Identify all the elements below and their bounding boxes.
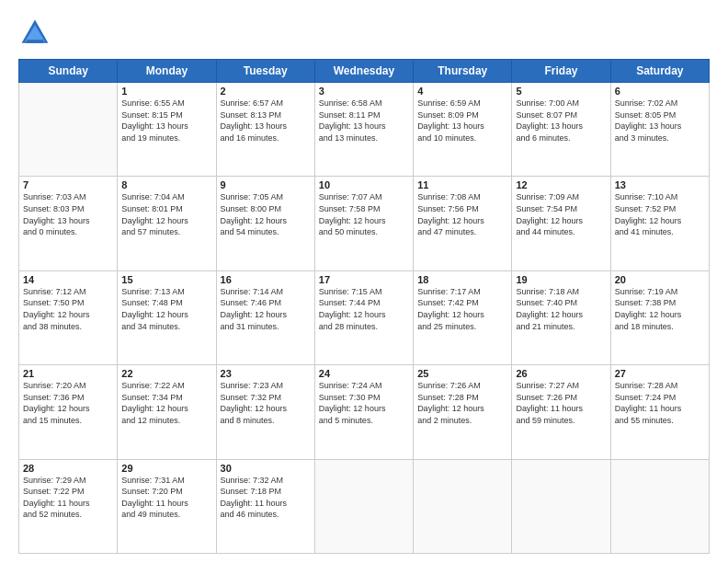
day-info: Sunrise: 6:59 AM Sunset: 8:09 PM Dayligh… — [417, 98, 507, 144]
day-cell: 8Sunrise: 7:04 AM Sunset: 8:01 PM Daylig… — [118, 177, 216, 270]
day-cell: 21Sunrise: 7:20 AM Sunset: 7:36 PM Dayli… — [19, 365, 118, 459]
day-info: Sunrise: 7:19 AM Sunset: 7:38 PM Dayligh… — [615, 286, 705, 332]
day-number: 12 — [516, 179, 606, 190]
day-number: 10 — [319, 179, 409, 190]
weekday-tuesday: Tuesday — [216, 60, 314, 83]
day-cell: 29Sunrise: 7:31 AM Sunset: 7:20 PM Dayli… — [118, 459, 216, 553]
day-number: 6 — [615, 86, 705, 97]
day-cell: 30Sunrise: 7:32 AM Sunset: 7:18 PM Dayli… — [216, 459, 314, 553]
week-row-1: 1Sunrise: 6:55 AM Sunset: 8:15 PM Daylig… — [19, 83, 710, 177]
day-cell — [512, 459, 610, 553]
day-cell: 1Sunrise: 6:55 AM Sunset: 8:15 PM Daylig… — [118, 83, 216, 177]
day-number: 29 — [121, 463, 211, 474]
svg-rect-2 — [27, 40, 43, 43]
day-info: Sunrise: 7:28 AM Sunset: 7:24 PM Dayligh… — [615, 380, 705, 426]
day-info: Sunrise: 7:00 AM Sunset: 8:07 PM Dayligh… — [516, 98, 606, 144]
day-cell: 15Sunrise: 7:13 AM Sunset: 7:48 PM Dayli… — [118, 270, 216, 364]
week-row-3: 14Sunrise: 7:12 AM Sunset: 7:50 PM Dayli… — [19, 270, 710, 364]
day-cell: 6Sunrise: 7:02 AM Sunset: 8:05 PM Daylig… — [610, 83, 709, 177]
day-cell: 16Sunrise: 7:14 AM Sunset: 7:46 PM Dayli… — [216, 270, 314, 364]
weekday-header-row: SundayMondayTuesdayWednesdayThursdayFrid… — [19, 60, 710, 83]
day-cell: 25Sunrise: 7:26 AM Sunset: 7:28 PM Dayli… — [414, 365, 512, 459]
day-number: 8 — [121, 179, 211, 190]
day-number: 19 — [516, 274, 606, 285]
day-info: Sunrise: 7:13 AM Sunset: 7:48 PM Dayligh… — [121, 286, 211, 332]
day-info: Sunrise: 7:02 AM Sunset: 8:05 PM Dayligh… — [615, 98, 705, 144]
day-info: Sunrise: 7:27 AM Sunset: 7:26 PM Dayligh… — [516, 380, 606, 426]
day-info: Sunrise: 7:23 AM Sunset: 7:32 PM Dayligh… — [221, 380, 311, 426]
day-cell: 14Sunrise: 7:12 AM Sunset: 7:50 PM Dayli… — [19, 270, 118, 364]
day-number: 4 — [417, 86, 507, 97]
day-info: Sunrise: 7:08 AM Sunset: 7:56 PM Dayligh… — [417, 191, 507, 237]
day-cell: 20Sunrise: 7:19 AM Sunset: 7:38 PM Dayli… — [610, 270, 709, 364]
day-cell: 7Sunrise: 7:03 AM Sunset: 8:03 PM Daylig… — [19, 177, 118, 270]
page: SundayMondayTuesdayWednesdayThursdayFrid… — [0, 0, 728, 563]
day-cell: 19Sunrise: 7:18 AM Sunset: 7:40 PM Dayli… — [512, 270, 610, 364]
day-number: 18 — [417, 274, 507, 285]
day-info: Sunrise: 7:20 AM Sunset: 7:36 PM Dayligh… — [23, 380, 113, 426]
day-number: 13 — [615, 179, 705, 190]
day-cell: 11Sunrise: 7:08 AM Sunset: 7:56 PM Dayli… — [414, 177, 512, 270]
day-info: Sunrise: 7:09 AM Sunset: 7:54 PM Dayligh… — [516, 191, 606, 237]
day-info: Sunrise: 7:04 AM Sunset: 8:01 PM Dayligh… — [121, 191, 211, 237]
day-number: 27 — [615, 368, 705, 379]
day-cell: 26Sunrise: 7:27 AM Sunset: 7:26 PM Dayli… — [512, 365, 610, 459]
day-info: Sunrise: 7:26 AM Sunset: 7:28 PM Dayligh… — [417, 380, 507, 426]
weekday-saturday: Saturday — [610, 60, 709, 83]
day-cell: 12Sunrise: 7:09 AM Sunset: 7:54 PM Dayli… — [512, 177, 610, 270]
day-number: 26 — [516, 368, 606, 379]
day-cell: 13Sunrise: 7:10 AM Sunset: 7:52 PM Dayli… — [610, 177, 709, 270]
day-info: Sunrise: 7:31 AM Sunset: 7:20 PM Dayligh… — [121, 475, 211, 521]
day-number: 7 — [23, 179, 113, 190]
day-info: Sunrise: 7:22 AM Sunset: 7:34 PM Dayligh… — [121, 380, 211, 426]
weekday-thursday: Thursday — [414, 60, 512, 83]
day-info: Sunrise: 7:03 AM Sunset: 8:03 PM Dayligh… — [23, 191, 113, 237]
day-number: 17 — [319, 274, 409, 285]
logo-icon — [18, 17, 51, 50]
weekday-friday: Friday — [512, 60, 610, 83]
day-cell: 28Sunrise: 7:29 AM Sunset: 7:22 PM Dayli… — [19, 459, 118, 553]
day-cell — [610, 459, 709, 553]
day-info: Sunrise: 7:07 AM Sunset: 7:58 PM Dayligh… — [319, 191, 409, 237]
week-row-2: 7Sunrise: 7:03 AM Sunset: 8:03 PM Daylig… — [19, 177, 710, 270]
weekday-sunday: Sunday — [19, 60, 118, 83]
day-cell: 22Sunrise: 7:22 AM Sunset: 7:34 PM Dayli… — [118, 365, 216, 459]
day-info: Sunrise: 7:24 AM Sunset: 7:30 PM Dayligh… — [319, 380, 409, 426]
week-row-4: 21Sunrise: 7:20 AM Sunset: 7:36 PM Dayli… — [19, 365, 710, 459]
day-number: 21 — [23, 368, 113, 379]
day-number: 24 — [319, 368, 409, 379]
day-number: 22 — [121, 368, 211, 379]
day-number: 16 — [221, 274, 311, 285]
day-number: 5 — [516, 86, 606, 97]
day-cell: 4Sunrise: 6:59 AM Sunset: 8:09 PM Daylig… — [414, 83, 512, 177]
day-info: Sunrise: 7:17 AM Sunset: 7:42 PM Dayligh… — [417, 286, 507, 332]
day-cell: 10Sunrise: 7:07 AM Sunset: 7:58 PM Dayli… — [314, 177, 413, 270]
day-info: Sunrise: 7:32 AM Sunset: 7:18 PM Dayligh… — [221, 475, 311, 521]
day-cell: 27Sunrise: 7:28 AM Sunset: 7:24 PM Dayli… — [610, 365, 709, 459]
day-cell: 5Sunrise: 7:00 AM Sunset: 8:07 PM Daylig… — [512, 83, 610, 177]
logo — [18, 17, 55, 50]
day-cell: 18Sunrise: 7:17 AM Sunset: 7:42 PM Dayli… — [414, 270, 512, 364]
weekday-wednesday: Wednesday — [314, 60, 413, 83]
day-number: 2 — [221, 86, 311, 97]
day-cell — [19, 83, 118, 177]
day-info: Sunrise: 7:12 AM Sunset: 7:50 PM Dayligh… — [23, 286, 113, 332]
day-number: 1 — [121, 86, 211, 97]
day-cell — [314, 459, 413, 553]
day-info: Sunrise: 7:05 AM Sunset: 8:00 PM Dayligh… — [221, 191, 311, 237]
day-info: Sunrise: 7:10 AM Sunset: 7:52 PM Dayligh… — [615, 191, 705, 237]
day-info: Sunrise: 7:29 AM Sunset: 7:22 PM Dayligh… — [23, 475, 113, 521]
day-cell: 2Sunrise: 6:57 AM Sunset: 8:13 PM Daylig… — [216, 83, 314, 177]
day-number: 11 — [417, 179, 507, 190]
day-number: 25 — [417, 368, 507, 379]
day-info: Sunrise: 6:57 AM Sunset: 8:13 PM Dayligh… — [221, 98, 311, 144]
day-cell: 17Sunrise: 7:15 AM Sunset: 7:44 PM Dayli… — [314, 270, 413, 364]
day-number: 9 — [221, 179, 311, 190]
day-number: 23 — [221, 368, 311, 379]
day-number: 28 — [23, 463, 113, 474]
calendar-table: SundayMondayTuesdayWednesdayThursdayFrid… — [18, 59, 710, 554]
weekday-monday: Monday — [118, 60, 216, 83]
day-number: 15 — [121, 274, 211, 285]
day-cell: 9Sunrise: 7:05 AM Sunset: 8:00 PM Daylig… — [216, 177, 314, 270]
day-info: Sunrise: 6:55 AM Sunset: 8:15 PM Dayligh… — [121, 98, 211, 144]
